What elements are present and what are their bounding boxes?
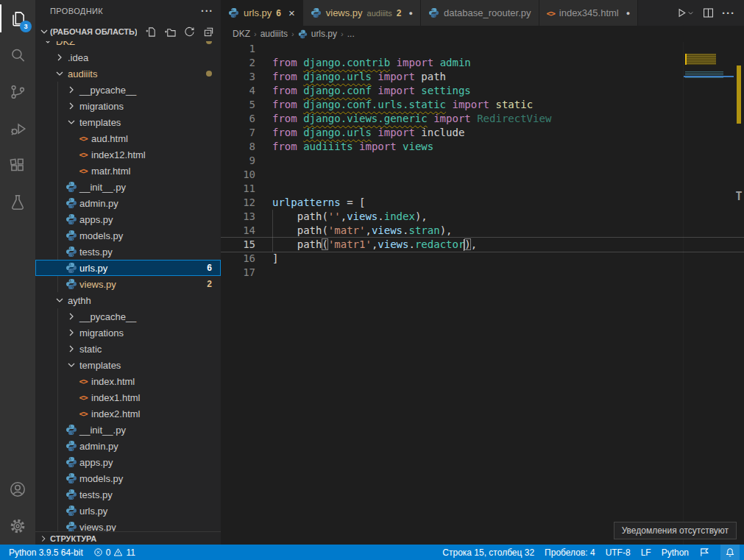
- tree-item-index12-html[interactable]: <>index12.html: [35, 146, 221, 163]
- tree-item-audiiits[interactable]: audiiits: [35, 65, 221, 82]
- code-line-13[interactable]: 13 path('',views.index),: [221, 210, 744, 224]
- language-mode[interactable]: Python: [662, 547, 689, 558]
- tree-item-aythh[interactable]: aythh: [35, 292, 221, 308]
- tree-item-urls-py[interactable]: urls.py6: [35, 260, 221, 276]
- tree-item-templates[interactable]: templates: [35, 114, 221, 130]
- explorer-more-button[interactable]: ···: [201, 5, 213, 17]
- tree-item-matr-html[interactable]: <>matr.html: [35, 163, 221, 179]
- collapse-all-icon[interactable]: [202, 25, 215, 38]
- error-icon: [93, 547, 103, 557]
- close-icon[interactable]: ×: [288, 7, 295, 19]
- tree-item-models-py[interactable]: models.py: [35, 470, 221, 486]
- tab-index345-html[interactable]: <>index345.html●: [539, 0, 639, 26]
- python-file-icon: [428, 7, 439, 18]
- code-line-16[interactable]: 16]: [221, 252, 744, 266]
- tree-item--init-py[interactable]: __init__.py: [35, 179, 221, 195]
- tree-item-index-html[interactable]: <>index.html: [35, 373, 221, 389]
- tree-item-models-py[interactable]: models.py: [35, 227, 221, 244]
- extensions-icon[interactable]: [0, 147, 35, 184]
- tree-item-admin-py[interactable]: admin.py: [35, 195, 221, 211]
- code-token: index: [384, 210, 415, 222]
- code-line-1[interactable]: 1: [221, 42, 744, 56]
- workspace-section-header[interactable]: (РАБОЧАЯ ОБЛАСТЬ) ...: [35, 22, 221, 41]
- code-token: .: [408, 238, 414, 250]
- code-line-3[interactable]: 3from django.urls import path: [221, 70, 744, 84]
- tree-item--pycache-[interactable]: __pycache__: [35, 82, 221, 98]
- python-file-icon: [65, 180, 78, 194]
- python-interpreter[interactable]: Python 3.9.5 64-bit: [9, 547, 83, 558]
- code-line-4[interactable]: 4from django.conf import settings: [221, 84, 744, 98]
- tree-item-tests-py[interactable]: tests.py: [35, 244, 221, 260]
- code-line-11[interactable]: 11: [221, 182, 744, 196]
- outline-section-header[interactable]: СТРУКТУРА: [35, 531, 221, 545]
- breadcrumb-more[interactable]: ...: [347, 29, 355, 39]
- notifications-bell-icon[interactable]: [720, 545, 740, 560]
- tree-item--pycache-[interactable]: __pycache__: [35, 308, 221, 325]
- tree-item-views-py[interactable]: views.py2: [35, 276, 221, 292]
- code-line-10[interactable]: 10: [221, 168, 744, 182]
- split-editor-button[interactable]: [702, 7, 715, 19]
- code-editor[interactable]: T 12from django.contrib import admin3fro…: [221, 42, 744, 545]
- tree-item-urls-py[interactable]: urls.py: [35, 503, 221, 519]
- code-line-12[interactable]: 12urlpatterns = [: [221, 196, 744, 210]
- code-line-8[interactable]: 8from audiiits import views: [221, 140, 744, 154]
- tree-item--idea[interactable]: .idea: [35, 49, 221, 65]
- refresh-icon[interactable]: [183, 25, 196, 38]
- tab-urls-py[interactable]: urls.py6×: [221, 0, 303, 26]
- new-folder-icon[interactable]: [163, 25, 177, 38]
- code-line-17[interactable]: 17: [221, 266, 744, 280]
- chevron-right-icon: ›: [254, 29, 257, 38]
- code-token: include: [421, 127, 464, 138]
- chevron-right-icon: ›: [341, 29, 344, 38]
- run-debug-icon[interactable]: [0, 110, 35, 147]
- tab-database-roouter-py[interactable]: database_roouter.py: [421, 0, 539, 26]
- code-token: [297, 71, 303, 82]
- breadcrumb-item[interactable]: audiiits: [261, 29, 288, 39]
- run-button[interactable]: [676, 7, 695, 19]
- tree-item-static[interactable]: static: [35, 341, 221, 357]
- testing-icon[interactable]: [0, 184, 35, 221]
- code-line-7[interactable]: 7from django.urls import include: [221, 126, 744, 140]
- breadcrumb[interactable]: DKZ › audiiits › urls.py › ...: [221, 26, 744, 42]
- tree-item-migrations[interactable]: migrations: [35, 98, 221, 114]
- new-file-icon[interactable]: [144, 25, 157, 38]
- search-icon[interactable]: [0, 37, 35, 74]
- tree-item-views-py[interactable]: views.py: [35, 519, 221, 531]
- tree-item-apps-py[interactable]: apps.py: [35, 454, 221, 470]
- indentation[interactable]: Пробелов: 4: [545, 547, 595, 558]
- source-control-icon[interactable]: [0, 74, 35, 110]
- dirty-dot[interactable]: ●: [409, 10, 413, 17]
- code-token: [390, 57, 396, 68]
- tree-item-aud-html[interactable]: <>aud.html: [35, 130, 221, 146]
- line-number: 8: [221, 140, 272, 154]
- eol-sequence[interactable]: LF: [641, 547, 651, 558]
- tree-item-index2-html[interactable]: <>index2.html: [35, 405, 221, 422]
- code-line-15[interactable]: 15 path('matr1',views.redactor),: [221, 237, 744, 252]
- line-number: 15: [221, 238, 272, 252]
- tree-item-templates[interactable]: templates: [35, 357, 221, 373]
- problems-indicator[interactable]: 0 11: [93, 547, 135, 558]
- code-line-5[interactable]: 5from django.conf.urls.static import sta…: [221, 98, 744, 112]
- tree-item-admin-py[interactable]: admin.py: [35, 438, 221, 454]
- code-line-9[interactable]: 9: [221, 154, 744, 168]
- tab-views-py[interactable]: views.pyaudiiits2●: [303, 0, 421, 26]
- tree-item--init-py[interactable]: __init__.py: [35, 422, 221, 438]
- code-line-14[interactable]: 14 path('matr',views.stran),: [221, 224, 744, 238]
- code-line-2[interactable]: 2from django.contrib import admin: [221, 56, 744, 70]
- settings-gear-icon[interactable]: [0, 508, 35, 545]
- explorer-icon[interactable]: 3: [0, 0, 35, 37]
- breadcrumb-item[interactable]: DKZ: [233, 29, 250, 39]
- breadcrumb-item[interactable]: urls.py: [311, 29, 337, 39]
- editor-more-button[interactable]: ···: [722, 7, 735, 19]
- tree-item-tests-py[interactable]: tests.py: [35, 486, 221, 503]
- tree-item-index1-html[interactable]: <>index1.html: [35, 389, 221, 405]
- feedback-icon[interactable]: [699, 547, 710, 558]
- tree-item-apps-py[interactable]: apps.py: [35, 211, 221, 227]
- account-icon[interactable]: [0, 471, 35, 508]
- code-line-6[interactable]: 6from django.views.generic import Redire…: [221, 112, 744, 126]
- encoding[interactable]: UTF-8: [606, 547, 631, 558]
- html-file-icon: <>: [77, 132, 90, 145]
- dirty-dot[interactable]: ●: [626, 10, 630, 17]
- tree-item-migrations[interactable]: migrations: [35, 325, 221, 341]
- cursor-position[interactable]: Строка 15, столбец 32: [442, 547, 534, 558]
